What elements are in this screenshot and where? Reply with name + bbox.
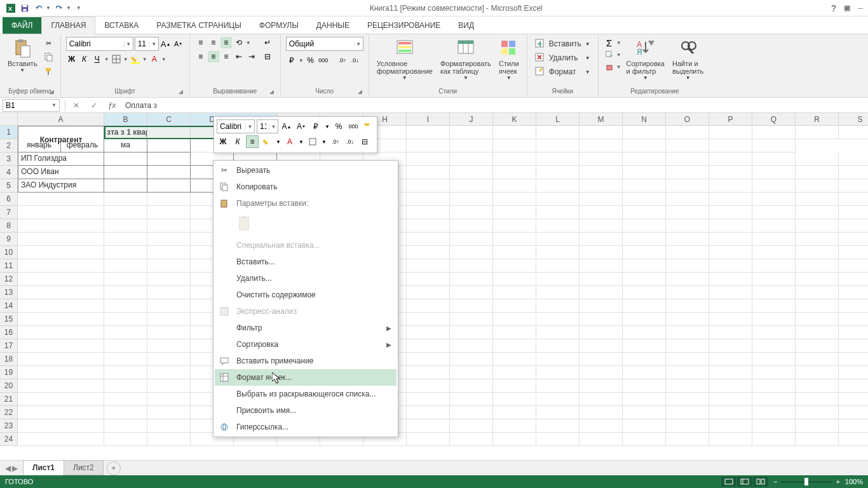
cell[interactable]	[709, 273, 752, 286]
cell[interactable]	[450, 179, 493, 193]
cell[interactable]	[104, 166, 147, 179]
cell[interactable]	[536, 286, 580, 299]
cell[interactable]	[752, 206, 796, 219]
cell[interactable]	[623, 326, 666, 339]
cell[interactable]	[839, 193, 868, 206]
cell[interactable]	[407, 406, 450, 419]
cell[interactable]	[147, 286, 191, 299]
column-header[interactable]: K	[493, 113, 536, 126]
cell[interactable]: Контрагент	[18, 126, 104, 152]
increase-indent-icon[interactable]: ⇥	[246, 51, 257, 62]
cell[interactable]	[147, 406, 191, 419]
cell[interactable]	[752, 299, 796, 313]
cell[interactable]	[709, 139, 752, 152]
column-header[interactable]: Q	[752, 113, 796, 126]
save-icon[interactable]	[19, 3, 31, 14]
cell[interactable]	[18, 366, 104, 379]
fx-icon[interactable]: ƒx	[106, 101, 118, 110]
row-header[interactable]: 9	[0, 233, 18, 246]
column-header[interactable]: S	[839, 113, 868, 126]
cell[interactable]	[104, 233, 147, 246]
cell[interactable]	[580, 273, 623, 286]
cell[interactable]	[623, 286, 666, 299]
font-color-icon[interactable]: A	[149, 53, 160, 65]
cell[interactable]	[666, 233, 709, 246]
cell[interactable]	[104, 193, 147, 206]
cell[interactable]	[666, 193, 709, 206]
cell[interactable]	[709, 152, 752, 166]
font-name-combo[interactable]: ▼	[66, 37, 133, 51]
cell[interactable]	[450, 126, 493, 139]
cell[interactable]	[493, 273, 536, 286]
column-header[interactable]: I	[407, 113, 450, 126]
mini-fmt-painter-icon[interactable]	[362, 120, 374, 133]
cell[interactable]	[18, 419, 104, 433]
cell[interactable]	[839, 273, 868, 286]
cell[interactable]	[536, 166, 580, 179]
cell[interactable]	[450, 139, 493, 152]
page-layout-view-icon[interactable]	[737, 477, 752, 487]
sort-filter-button[interactable]: AЯСортировка и фильтр▼	[624, 37, 667, 82]
cell[interactable]	[623, 393, 666, 406]
cell[interactable]	[147, 206, 191, 219]
cell[interactable]	[147, 419, 191, 433]
cell[interactable]	[623, 152, 666, 166]
cell[interactable]	[709, 126, 752, 139]
comma-icon[interactable]: 000	[318, 55, 329, 66]
cell[interactable]	[839, 326, 868, 339]
cell[interactable]	[493, 179, 536, 193]
cell[interactable]	[493, 206, 536, 219]
cell[interactable]	[666, 379, 709, 393]
cell[interactable]	[147, 339, 191, 353]
cell[interactable]	[666, 353, 709, 366]
cell[interactable]	[580, 419, 623, 433]
cell[interactable]	[407, 139, 450, 152]
column-header[interactable]: B	[104, 113, 147, 126]
cell[interactable]	[407, 419, 450, 433]
cell[interactable]	[796, 259, 839, 273]
underline-dd-icon[interactable]: ▼	[104, 53, 109, 65]
tab-page-layout[interactable]: РАЗМЕТКА СТРАНИЦЫ	[147, 17, 250, 34]
cell[interactable]	[450, 259, 493, 273]
alignment-launcher-icon[interactable]: ◢	[269, 88, 274, 95]
cell[interactable]	[796, 206, 839, 219]
sheet-nav-buttons[interactable]: ◀▶	[0, 464, 23, 473]
cell[interactable]	[839, 313, 868, 326]
cell[interactable]	[493, 406, 536, 419]
undo-icon[interactable]	[33, 3, 44, 14]
row-header[interactable]: 11	[0, 259, 18, 273]
cell[interactable]	[796, 152, 839, 166]
percent-icon[interactable]: %	[305, 55, 316, 66]
cell[interactable]	[839, 433, 868, 446]
cell[interactable]	[493, 299, 536, 313]
column-header[interactable]: M	[580, 113, 623, 126]
cell[interactable]	[536, 393, 580, 406]
mini-align-icon[interactable]: ≡	[246, 135, 259, 148]
find-select-button[interactable]: Найти и выделить▼	[670, 37, 706, 82]
number-format-combo[interactable]: ▼	[286, 37, 363, 51]
clear-icon[interactable]	[604, 61, 615, 72]
row-header[interactable]: 6	[0, 193, 18, 206]
cell[interactable]	[407, 233, 450, 246]
cell[interactable]	[752, 313, 796, 326]
cell[interactable]	[796, 193, 839, 206]
excel-app-icon[interactable]: X	[5, 3, 17, 14]
cell[interactable]	[450, 233, 493, 246]
cell[interactable]	[147, 259, 191, 273]
cell[interactable]	[493, 246, 536, 259]
tab-formulas[interactable]: ФОРМУЛЫ	[250, 17, 308, 34]
cell[interactable]	[839, 126, 868, 139]
zoom-slider[interactable]: − +	[773, 478, 840, 485]
mini-bold-icon[interactable]: Ж	[217, 135, 229, 148]
cell[interactable]	[580, 353, 623, 366]
cell[interactable]	[407, 126, 450, 139]
cell[interactable]	[709, 233, 752, 246]
new-sheet-button[interactable]: +	[107, 461, 121, 475]
cell[interactable]	[407, 193, 450, 206]
cell[interactable]	[580, 393, 623, 406]
cell[interactable]	[666, 393, 709, 406]
cell[interactable]	[147, 393, 191, 406]
cell[interactable]	[752, 286, 796, 299]
cell[interactable]	[407, 299, 450, 313]
cell[interactable]	[580, 193, 623, 206]
